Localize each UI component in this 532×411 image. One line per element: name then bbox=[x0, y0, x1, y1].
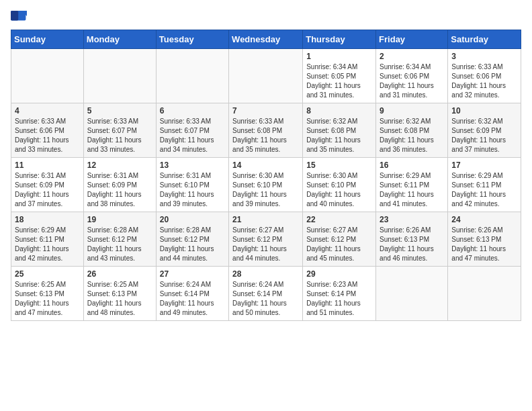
day-number: 14 bbox=[232, 161, 299, 170]
weekday-header-saturday: Saturday bbox=[448, 30, 521, 49]
weekday-header-row: SundayMondayTuesdayWednesdayThursdayFrid… bbox=[11, 30, 521, 49]
day-number: 27 bbox=[160, 269, 225, 279]
svg-rect-2 bbox=[11, 11, 18, 20]
day-number: 11 bbox=[15, 161, 80, 170]
calendar-cell: 1Sunrise: 6:34 AMSunset: 6:05 PMDaylight… bbox=[303, 49, 376, 103]
weekday-header-tuesday: Tuesday bbox=[156, 30, 228, 49]
day-info: Sunrise: 6:29 AMSunset: 6:11 PMDaylight:… bbox=[15, 226, 80, 263]
day-info: Sunrise: 6:30 AMSunset: 6:10 PMDaylight:… bbox=[232, 171, 299, 209]
day-info: Sunrise: 6:28 AMSunset: 6:12 PMDaylight:… bbox=[160, 226, 225, 263]
day-info: Sunrise: 6:33 AMSunset: 6:07 PMDaylight:… bbox=[87, 117, 152, 154]
day-number: 3 bbox=[451, 52, 517, 61]
calendar-cell bbox=[376, 267, 448, 321]
calendar-cell: 13Sunrise: 6:31 AMSunset: 6:10 PMDayligh… bbox=[156, 158, 228, 212]
calendar-cell: 2Sunrise: 6:34 AMSunset: 6:06 PMDaylight… bbox=[376, 49, 448, 103]
day-number: 22 bbox=[306, 215, 372, 224]
day-info: Sunrise: 6:32 AMSunset: 6:09 PMDaylight:… bbox=[451, 117, 517, 154]
calendar-cell: 9Sunrise: 6:32 AMSunset: 6:08 PMDaylight… bbox=[376, 103, 448, 158]
calendar-cell bbox=[156, 49, 228, 103]
weekday-header-sunday: Sunday bbox=[11, 30, 84, 49]
day-number: 12 bbox=[87, 161, 152, 170]
day-number: 9 bbox=[380, 106, 444, 116]
day-number: 4 bbox=[15, 106, 80, 116]
calendar-cell: 8Sunrise: 6:32 AMSunset: 6:08 PMDaylight… bbox=[303, 103, 376, 158]
day-number: 2 bbox=[380, 52, 444, 61]
day-number: 21 bbox=[232, 215, 299, 224]
day-number: 15 bbox=[306, 161, 372, 170]
calendar-cell: 28Sunrise: 6:24 AMSunset: 6:14 PMDayligh… bbox=[229, 267, 303, 321]
day-info: Sunrise: 6:26 AMSunset: 6:13 PMDaylight:… bbox=[380, 226, 444, 263]
day-number: 1 bbox=[306, 52, 372, 61]
calendar-cell bbox=[83, 49, 156, 103]
calendar-cell: 14Sunrise: 6:30 AMSunset: 6:10 PMDayligh… bbox=[229, 158, 303, 212]
calendar-cell: 22Sunrise: 6:27 AMSunset: 6:12 PMDayligh… bbox=[303, 212, 376, 267]
day-info: Sunrise: 6:31 AMSunset: 6:10 PMDaylight:… bbox=[160, 171, 225, 209]
day-info: Sunrise: 6:31 AMSunset: 6:09 PMDaylight:… bbox=[15, 171, 80, 209]
day-info: Sunrise: 6:30 AMSunset: 6:10 PMDaylight:… bbox=[306, 171, 372, 209]
calendar-cell bbox=[448, 267, 521, 321]
day-number: 5 bbox=[87, 106, 152, 116]
day-info: Sunrise: 6:24 AMSunset: 6:14 PMDaylight:… bbox=[160, 280, 225, 318]
day-number: 29 bbox=[306, 269, 372, 279]
calendar-cell bbox=[229, 49, 303, 103]
calendar-cell: 3Sunrise: 6:33 AMSunset: 6:06 PMDaylight… bbox=[448, 49, 521, 103]
day-info: Sunrise: 6:23 AMSunset: 6:14 PMDaylight:… bbox=[306, 280, 372, 318]
calendar-week-1: 1Sunrise: 6:34 AMSunset: 6:05 PMDaylight… bbox=[11, 49, 521, 103]
day-number: 17 bbox=[451, 161, 517, 170]
day-info: Sunrise: 6:33 AMSunset: 6:07 PMDaylight:… bbox=[160, 117, 225, 154]
day-number: 10 bbox=[451, 106, 517, 116]
calendar-cell: 11Sunrise: 6:31 AMSunset: 6:09 PMDayligh… bbox=[11, 158, 84, 212]
day-number: 23 bbox=[380, 215, 444, 224]
calendar-week-2: 4Sunrise: 6:33 AMSunset: 6:06 PMDaylight… bbox=[11, 103, 521, 158]
calendar-week-5: 25Sunrise: 6:25 AMSunset: 6:13 PMDayligh… bbox=[11, 267, 521, 321]
day-number: 19 bbox=[87, 215, 152, 224]
calendar-cell: 19Sunrise: 6:28 AMSunset: 6:12 PMDayligh… bbox=[83, 212, 156, 267]
calendar-cell: 17Sunrise: 6:29 AMSunset: 6:11 PMDayligh… bbox=[448, 158, 521, 212]
day-number: 28 bbox=[232, 269, 299, 279]
weekday-header-friday: Friday bbox=[376, 30, 448, 49]
day-number: 8 bbox=[306, 106, 372, 116]
calendar-cell: 6Sunrise: 6:33 AMSunset: 6:07 PMDaylight… bbox=[156, 103, 228, 158]
calendar-table: SundayMondayTuesdayWednesdayThursdayFrid… bbox=[11, 30, 521, 321]
day-info: Sunrise: 6:25 AMSunset: 6:13 PMDaylight:… bbox=[87, 280, 152, 318]
day-info: Sunrise: 6:24 AMSunset: 6:14 PMDaylight:… bbox=[232, 280, 299, 318]
day-info: Sunrise: 6:32 AMSunset: 6:08 PMDaylight:… bbox=[380, 117, 444, 154]
day-number: 16 bbox=[380, 161, 444, 170]
day-info: Sunrise: 6:27 AMSunset: 6:12 PMDaylight:… bbox=[232, 226, 299, 263]
calendar-week-3: 11Sunrise: 6:31 AMSunset: 6:09 PMDayligh… bbox=[11, 158, 521, 212]
day-number: 26 bbox=[87, 269, 152, 279]
day-number: 13 bbox=[160, 161, 225, 170]
calendar-cell: 10Sunrise: 6:32 AMSunset: 6:09 PMDayligh… bbox=[448, 103, 521, 158]
calendar-body: 1Sunrise: 6:34 AMSunset: 6:05 PMDaylight… bbox=[11, 49, 521, 321]
calendar-cell: 7Sunrise: 6:33 AMSunset: 6:08 PMDaylight… bbox=[229, 103, 303, 158]
day-number: 25 bbox=[15, 269, 80, 279]
day-info: Sunrise: 6:32 AMSunset: 6:08 PMDaylight:… bbox=[306, 117, 372, 154]
day-info: Sunrise: 6:34 AMSunset: 6:06 PMDaylight:… bbox=[380, 62, 444, 100]
calendar-cell: 25Sunrise: 6:25 AMSunset: 6:13 PMDayligh… bbox=[11, 267, 84, 321]
logo bbox=[11, 11, 30, 24]
day-info: Sunrise: 6:33 AMSunset: 6:06 PMDaylight:… bbox=[451, 62, 517, 100]
day-info: Sunrise: 6:29 AMSunset: 6:11 PMDaylight:… bbox=[380, 171, 444, 209]
calendar-cell: 27Sunrise: 6:24 AMSunset: 6:14 PMDayligh… bbox=[156, 267, 228, 321]
calendar-cell: 4Sunrise: 6:33 AMSunset: 6:06 PMDaylight… bbox=[11, 103, 84, 158]
day-info: Sunrise: 6:28 AMSunset: 6:12 PMDaylight:… bbox=[87, 226, 152, 263]
day-info: Sunrise: 6:27 AMSunset: 6:12 PMDaylight:… bbox=[306, 226, 372, 263]
weekday-header-thursday: Thursday bbox=[303, 30, 376, 49]
calendar-week-4: 18Sunrise: 6:29 AMSunset: 6:11 PMDayligh… bbox=[11, 212, 521, 267]
day-number: 18 bbox=[15, 215, 80, 224]
calendar-cell: 23Sunrise: 6:26 AMSunset: 6:13 PMDayligh… bbox=[376, 212, 448, 267]
calendar-cell: 20Sunrise: 6:28 AMSunset: 6:12 PMDayligh… bbox=[156, 212, 228, 267]
calendar-cell: 5Sunrise: 6:33 AMSunset: 6:07 PMDaylight… bbox=[83, 103, 156, 158]
day-info: Sunrise: 6:31 AMSunset: 6:09 PMDaylight:… bbox=[87, 171, 152, 209]
calendar-cell bbox=[11, 49, 84, 103]
calendar-cell: 21Sunrise: 6:27 AMSunset: 6:12 PMDayligh… bbox=[229, 212, 303, 267]
day-info: Sunrise: 6:33 AMSunset: 6:08 PMDaylight:… bbox=[232, 117, 299, 154]
calendar-cell: 29Sunrise: 6:23 AMSunset: 6:14 PMDayligh… bbox=[303, 267, 376, 321]
day-info: Sunrise: 6:25 AMSunset: 6:13 PMDaylight:… bbox=[15, 280, 80, 318]
day-number: 20 bbox=[160, 215, 225, 224]
calendar-cell: 12Sunrise: 6:31 AMSunset: 6:09 PMDayligh… bbox=[83, 158, 156, 212]
day-number: 7 bbox=[232, 106, 299, 116]
calendar-cell: 16Sunrise: 6:29 AMSunset: 6:11 PMDayligh… bbox=[376, 158, 448, 212]
calendar-cell: 26Sunrise: 6:25 AMSunset: 6:13 PMDayligh… bbox=[83, 267, 156, 321]
weekday-header-wednesday: Wednesday bbox=[229, 30, 303, 49]
